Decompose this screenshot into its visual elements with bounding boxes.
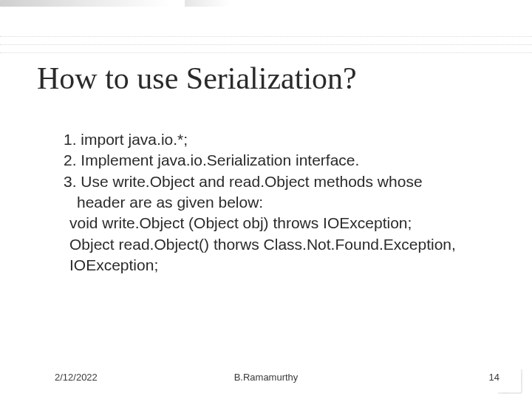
decorative-bar <box>0 0 170 7</box>
list-item: void write.Object (Object obj) throws IO… <box>64 213 495 233</box>
list-item: 2. Implement java.io.Serialization inter… <box>64 150 495 171</box>
list-item: 1. import java.io.*; <box>64 129 495 150</box>
decorative-bar <box>185 0 231 7</box>
footer-author: B.Ramamurthy <box>234 372 299 383</box>
page-title: How to use Serialization? <box>37 61 357 96</box>
slide: How to use Serialization? 1. import java… <box>0 0 532 399</box>
corner-decoration-icon <box>495 366 525 396</box>
divider <box>0 36 532 37</box>
footer-date: 2/12/2022 <box>55 372 98 383</box>
list-item-continuation: IOException; <box>64 255 495 276</box>
list-item-continuation: header are as given below: <box>64 192 495 213</box>
footer-page-number: 14 <box>489 372 499 383</box>
divider <box>0 52 532 53</box>
list-item: Object read.Object() thorws Class.Not.Fo… <box>64 234 495 255</box>
divider <box>0 44 532 45</box>
body-text: 1. import java.io.*; 2. Implement java.i… <box>64 129 495 276</box>
list-item: 3. Use write.Object and read.Object meth… <box>64 171 495 192</box>
